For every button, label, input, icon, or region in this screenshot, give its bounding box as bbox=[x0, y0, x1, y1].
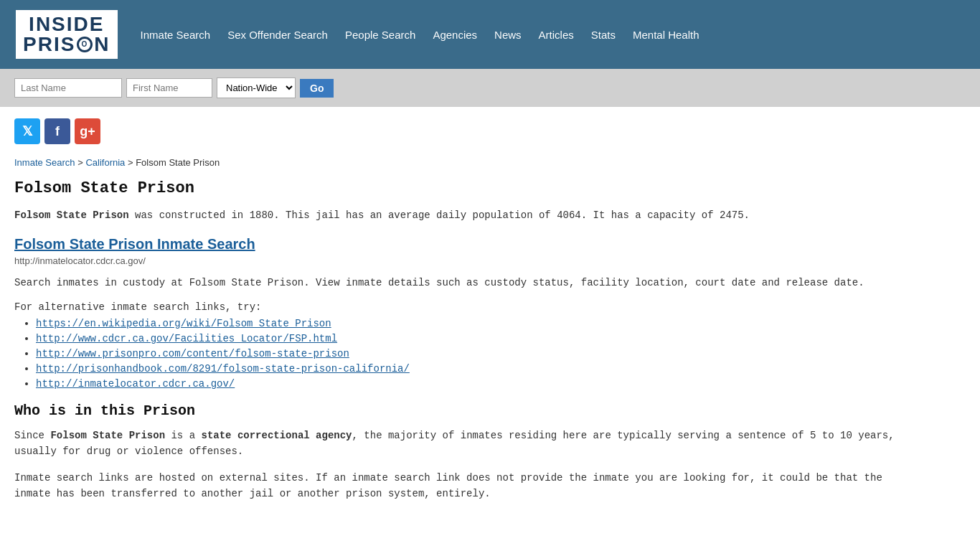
search-bar: Nation-WideAlabamaAlaskaArizonaArkansasC… bbox=[0, 69, 980, 107]
logo-line1: INSIDE bbox=[23, 14, 110, 34]
logo-n: N bbox=[94, 34, 110, 55]
list-item: http://www.prisonpro.com/content/folsom-… bbox=[36, 347, 904, 359]
main-nav: Inmate Search Sex Offender Search People… bbox=[141, 29, 699, 41]
facebook-icon[interactable]: f bbox=[44, 118, 70, 144]
list-item: http://inmatelocator.cdcr.ca.gov/ bbox=[36, 377, 904, 390]
googleplus-icon[interactable]: g+ bbox=[75, 118, 100, 144]
alt-link-5[interactable]: http://inmatelocator.cdcr.ca.gov/ bbox=[36, 378, 235, 390]
nav-inmate-search[interactable]: Inmate Search bbox=[141, 29, 211, 41]
who-text-pre: Since bbox=[14, 430, 50, 441]
first-name-input[interactable] bbox=[126, 78, 212, 98]
inmate-search-heading: Folsom State Prison Inmate Search bbox=[14, 236, 904, 253]
intro-text: was constructed in 1880. This jail has a… bbox=[129, 209, 750, 221]
alt-links-list: https://en.wikipedia.org/wiki/Folsom_Sta… bbox=[36, 317, 904, 390]
breadcrumb-separator2: > bbox=[128, 157, 136, 168]
who-paragraph-1: Since Folsom State Prison is a state cor… bbox=[14, 428, 904, 460]
alt-link-3[interactable]: http://www.prisonpro.com/content/folsom-… bbox=[36, 348, 349, 359]
nav-mental-health[interactable]: Mental Health bbox=[633, 29, 699, 41]
location-dropdown[interactable]: Nation-WideAlabamaAlaskaArizonaArkansasC… bbox=[217, 77, 296, 98]
who-bold-2: state correctional agency bbox=[201, 430, 352, 441]
inmate-search-url: http://inmatelocator.cdcr.ca.gov/ bbox=[14, 255, 904, 266]
nav-stats[interactable]: Stats bbox=[591, 29, 616, 41]
who-heading: Who is in this Prison bbox=[14, 402, 904, 419]
who-paragraph-2: Inmate search links are hosted on extern… bbox=[14, 470, 904, 502]
last-name-input[interactable] bbox=[14, 78, 122, 98]
logo-circle: O bbox=[77, 37, 93, 52]
nav-sex-offender-search[interactable]: Sex Offender Search bbox=[227, 29, 328, 41]
breadcrumb-inmate-search[interactable]: Inmate Search bbox=[14, 157, 75, 168]
list-item: https://en.wikipedia.org/wiki/Folsom_Sta… bbox=[36, 317, 904, 329]
who-text-mid: is a bbox=[165, 430, 201, 441]
alt-link-4[interactable]: http://prisonhandbook.com/8291/folsom-st… bbox=[36, 363, 410, 375]
inmate-search-link[interactable]: Folsom State Prison Inmate Search bbox=[14, 236, 255, 252]
social-bar: 𝕏 f g+ bbox=[0, 107, 980, 150]
who-bold-1: Folsom State Prison bbox=[50, 430, 165, 441]
intro-bold: Folsom State Prison bbox=[14, 209, 129, 221]
logo-pris: PRIS bbox=[23, 34, 75, 55]
logo-line2: PRISON bbox=[23, 34, 110, 55]
intro-paragraph: Folsom State Prison was constructed in 1… bbox=[14, 207, 904, 223]
nav-articles[interactable]: Articles bbox=[539, 29, 574, 41]
twitter-icon[interactable]: 𝕏 bbox=[14, 118, 40, 144]
alt-link-1[interactable]: https://en.wikipedia.org/wiki/Folsom_Sta… bbox=[36, 318, 331, 329]
inmate-search-description: Search inmates in custody at Folsom Stat… bbox=[14, 275, 904, 291]
list-item: http://www.cdcr.ca.gov/Facilities_Locato… bbox=[36, 332, 904, 344]
page-title: Folsom State Prison bbox=[14, 179, 904, 197]
breadcrumb: Inmate Search > California > Folsom Stat… bbox=[14, 157, 904, 168]
breadcrumb-current: Folsom State Prison bbox=[136, 157, 220, 168]
alt-links-intro: For alternative inmate search links, try… bbox=[14, 301, 904, 313]
site-logo[interactable]: INSIDE PRISON bbox=[14, 9, 119, 60]
breadcrumb-california[interactable]: California bbox=[85, 157, 125, 168]
alt-link-2[interactable]: http://www.cdcr.ca.gov/Facilities_Locato… bbox=[36, 333, 337, 344]
breadcrumb-separator1: > bbox=[77, 157, 85, 168]
main-content: Inmate Search > California > Folsom Stat… bbox=[0, 150, 918, 533]
go-button[interactable]: Go bbox=[300, 79, 334, 98]
nav-agencies[interactable]: Agencies bbox=[433, 29, 477, 41]
nav-people-search[interactable]: People Search bbox=[345, 29, 415, 41]
list-item: http://prisonhandbook.com/8291/folsom-st… bbox=[36, 362, 904, 375]
site-header: INSIDE PRISON Inmate Search Sex Offender… bbox=[0, 0, 980, 69]
nav-news[interactable]: News bbox=[494, 29, 522, 41]
